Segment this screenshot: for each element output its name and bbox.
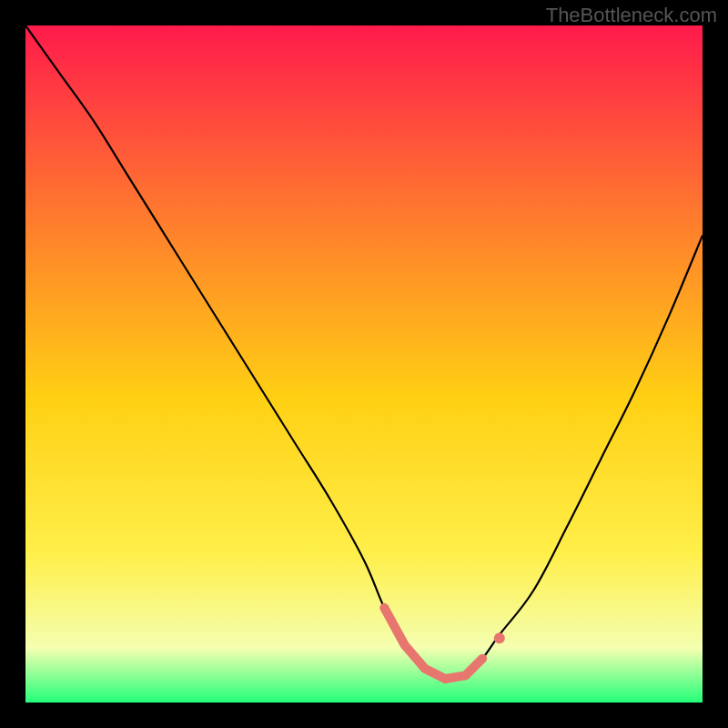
chart-svg [25, 25, 703, 703]
watermark-text: TheBottleneck.com [546, 4, 717, 27]
chart-frame [25, 25, 703, 703]
chart-background [25, 25, 703, 703]
bump-marker [494, 632, 505, 643]
